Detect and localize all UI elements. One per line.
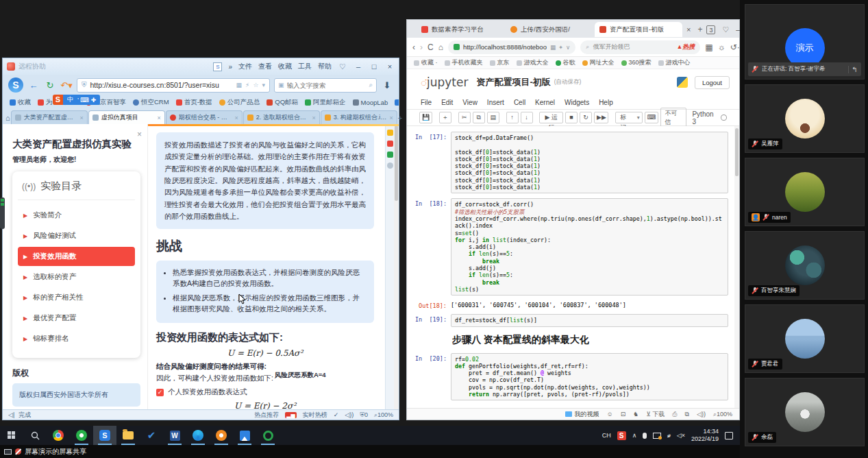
microphone-tray-icon[interactable] (643, 433, 647, 439)
login-icon[interactable]: ♡ (722, 25, 729, 34)
participant-tile[interactable]: 👤 余磊 (745, 378, 865, 446)
tab-close-icon[interactable]: × (312, 114, 315, 121)
search-box[interactable]: ⌕ ▲热搜 (580, 40, 700, 54)
stop-button[interactable]: ■ (565, 112, 578, 123)
sogou-titlebar[interactable]: 远程协助 S » 文件 查看 收藏 工具 帮助 ♡ – □ × (3, 58, 399, 75)
cut-cell-button[interactable]: ✂ (458, 112, 471, 123)
run-button[interactable]: ▶ 运行 (539, 112, 563, 123)
sogou-logo[interactable]: S (8, 77, 23, 93)
new-tab-button[interactable]: + (398, 114, 402, 124)
notebook-scrollbar[interactable] (734, 126, 739, 408)
bookmark-item[interactable]: 360搜索 (621, 58, 652, 67)
sound-icon[interactable]: ◁)) (697, 411, 706, 418)
page-scrollbar[interactable] (394, 124, 399, 409)
add-cell-button[interactable]: ＋ (439, 112, 451, 123)
menu-item[interactable]: Cell (514, 99, 525, 106)
sidebar-close-icon[interactable]: × (137, 130, 142, 139)
screenshare-tray-icon[interactable] (653, 433, 661, 439)
menu-item[interactable]: View (462, 99, 478, 106)
menu-item[interactable]: Help (599, 99, 613, 106)
browser-tab[interactable]: 2. 选取期权组合策略.i..× (243, 110, 320, 124)
sogou-ime-tray-icon[interactable]: S (617, 431, 626, 440)
copy-icon[interactable]: ⧉ (685, 411, 689, 418)
bookmark-item[interactable]: 恒空CRM (133, 98, 169, 107)
qr-icon[interactable]: ▦ (236, 82, 243, 88)
shield-check-icon[interactable]: ✓ (334, 411, 339, 418)
browser-tab[interactable]: 大类资产配置虚拟仿真..× (11, 110, 88, 124)
code-cell-18[interactable]: In [18]: df_corr=stock_df.corr() #筛选相关性最… (408, 198, 735, 296)
muted-speaker-icon[interactable]: ◁× (677, 432, 685, 439)
input-lang-indicator[interactable]: CH (602, 432, 611, 439)
bookmark-item[interactable]: I-Lab项目 (395, 98, 399, 107)
taskbar-file-explorer[interactable] (116, 426, 140, 445)
code-cell-20[interactable]: In [20]: rf=0.02 def genPortfolio(weight… (408, 353, 735, 401)
taskbar-todo-app[interactable]: ✔ (140, 426, 163, 445)
bookmark-item[interactable]: MoopLab (353, 99, 388, 106)
logout-button[interactable]: Logout (695, 76, 730, 89)
bookmark-item[interactable]: 阿里邮箱企 (305, 98, 346, 107)
dropdown-icon[interactable]: ▾ (262, 82, 265, 88)
speed-icon[interactable]: ⚡ (245, 82, 249, 88)
menu-file[interactable]: 文件 (238, 62, 252, 71)
reply-arrow-icon[interactable]: ↰ (848, 66, 858, 73)
taskbar-360-search[interactable] (210, 426, 233, 445)
sidebar-menu-item[interactable]: ▶ 投资效用函数 (18, 247, 135, 266)
presenter-tile[interactable]: 演示 正在讲话: 百智享-谢宇希 ↰ (745, 4, 865, 80)
browser-tab[interactable]: 资产配置项目-初版 (595, 22, 682, 37)
bookmark-item[interactable]: 谷歌 (556, 58, 575, 67)
code-input[interactable]: rf=0.02 def genPortfolio(weights,df_ret,… (455, 356, 724, 398)
bookmark-item[interactable]: 公司产品总 (219, 98, 260, 107)
clock[interactable]: 14:342022/4/19 (691, 428, 719, 444)
sogou-ime-bar[interactable]: S 中 ’ ⌨ ✚ (53, 95, 100, 105)
sogou-side-panel[interactable] (385, 124, 394, 409)
home-icon[interactable]: ⌂ (438, 43, 443, 52)
taskbar-search-button[interactable] (23, 426, 47, 445)
hot-recommend[interactable]: 热点推荐 (254, 411, 279, 420)
star-icon[interactable]: ☆ (253, 82, 258, 88)
back-button[interactable]: ‹ (412, 43, 415, 52)
sidebar-menu-item[interactable]: ▶ 锦标赛排名 (18, 329, 135, 348)
speaker-icon[interactable]: ◁)) (345, 411, 354, 418)
undo-closed-tab-button[interactable]: ↶▾ (60, 80, 73, 91)
tab-stack-count[interactable]: 3 (706, 25, 715, 34)
participant-tile[interactable]: 👤 naren (745, 158, 865, 226)
edge-widget-handle[interactable] (0, 197, 5, 229)
screenshot-icon[interactable]: ⊡ (621, 411, 626, 418)
bookmark-item[interactable]: 游戏中心 (658, 58, 691, 67)
notes-icon[interactable] (387, 152, 393, 158)
bookmark-item[interactable]: 收藏 (10, 98, 31, 107)
move-up-button[interactable]: ↑ (506, 112, 519, 123)
chevron-more-icon[interactable]: » (228, 63, 232, 71)
apps-grid-icon[interactable]: ▦ (705, 43, 712, 52)
scrollbar-handle[interactable] (735, 128, 739, 176)
favorites-star-icon[interactable] (387, 130, 393, 136)
minimize-button[interactable]: – (354, 62, 363, 71)
search-input[interactable] (287, 82, 367, 89)
checkbox-personal-utility[interactable]: ✓ 个人投资效用函数表达式 (156, 387, 374, 397)
notebook-area[interactable]: In [17]: stock_df=pd.DataFrame() stock_d… (407, 126, 739, 408)
new-tab-button[interactable]: + (695, 25, 705, 34)
taskbar-360browser[interactable] (70, 426, 93, 445)
ime-tools-icons[interactable]: ’ ⌨ ✚ (77, 97, 96, 104)
taskbar-edge[interactable] (186, 426, 210, 445)
sogou-ime-logo[interactable]: S (53, 95, 63, 105)
code-input[interactable]: df_ret=stock_df[list(s)] (455, 317, 724, 324)
bookmark-item[interactable]: 京东 (490, 58, 510, 67)
hot-search-label[interactable]: ▲热搜 (676, 43, 695, 51)
tab-close-icon[interactable]: × (234, 114, 238, 121)
browser-tab[interactable]: 期权组合交易 - 期权交..× (166, 110, 243, 124)
menu-item[interactable]: File (421, 99, 432, 106)
code-cell-19[interactable]: In [19]: df_ret=stock_df[list(s)] (408, 314, 735, 326)
address-bar[interactable]: http://localhost:8888/noteboo ▦ ✦ ∨ (448, 40, 575, 54)
feedback-icon[interactable]: ♡ (338, 62, 347, 71)
taskbar-photos[interactable] (233, 426, 256, 445)
restart-run-all-button[interactable]: ▶▶ (594, 112, 608, 123)
skin-icon[interactable]: ☼ (718, 43, 726, 52)
taskbar-word[interactable]: W (163, 426, 186, 445)
extension-badge[interactable]: S (213, 62, 222, 71)
search-box[interactable]: ▣ ⌕ (274, 78, 377, 93)
history-icon[interactable]: ↺· (730, 43, 740, 52)
bookmark-item[interactable]: 网址大全 (582, 58, 615, 67)
menu-help[interactable]: 帮助 (318, 62, 332, 71)
menu-favorites[interactable]: 收藏 (278, 62, 292, 71)
